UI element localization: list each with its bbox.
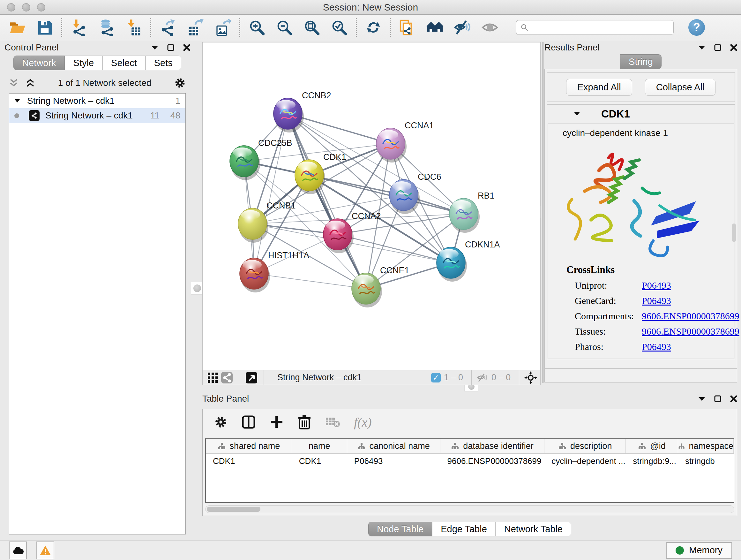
refresh-icon[interactable] xyxy=(364,18,382,37)
column-header-database-identifier[interactable]: database identifier xyxy=(441,439,545,453)
table-row[interactable]: CDK1CDK1P064939606.ENSP00000378699cyclin… xyxy=(206,454,734,469)
close-panel-icon[interactable] xyxy=(730,44,737,51)
open-in-window-icon[interactable] xyxy=(245,371,259,384)
table-hscrollbar-thumb[interactable] xyxy=(207,507,260,512)
tab-network[interactable]: Network xyxy=(13,56,64,70)
results-hscrollbar[interactable] xyxy=(544,368,737,382)
collapse-triangle-icon[interactable] xyxy=(14,99,20,103)
table-cell[interactable]: cyclin–dependent ... xyxy=(544,454,626,469)
clone-network-icon[interactable] xyxy=(399,18,416,37)
hide-panel-eye-icon[interactable] xyxy=(454,18,471,37)
birdseye-grid-icon[interactable] xyxy=(206,371,220,384)
open-session-icon[interactable] xyxy=(8,18,26,37)
collapse-all-button[interactable]: Collapse All xyxy=(645,79,716,96)
left-splitter-grip[interactable] xyxy=(191,282,204,295)
close-panel-icon[interactable] xyxy=(730,395,737,402)
network-row[interactable]: String Network – cdk1 11 48 xyxy=(9,108,185,123)
table-cell[interactable]: stringdb xyxy=(678,454,734,469)
zoom-fit-icon[interactable] xyxy=(303,18,321,37)
column-header-name[interactable]: name xyxy=(292,439,347,453)
tab-edge-table[interactable]: Edge Table xyxy=(432,522,495,537)
network-edge[interactable] xyxy=(254,114,288,273)
node-label: CCNE1 xyxy=(380,266,409,275)
float-panel-icon[interactable] xyxy=(167,44,174,51)
expand-all-button[interactable]: Expand All xyxy=(566,79,632,96)
table-cell[interactable]: CDK1 xyxy=(292,454,347,469)
expand-all-icon[interactable] xyxy=(25,78,35,87)
show-panel-eye-icon[interactable] xyxy=(481,18,499,37)
float-panel-icon[interactable] xyxy=(714,44,721,51)
zoom-selected-icon[interactable] xyxy=(330,18,348,37)
help-button[interactable]: ? xyxy=(688,19,705,36)
network-node-hist1h1a[interactable]: HIST1H1A xyxy=(240,251,309,293)
float-panel-icon[interactable] xyxy=(714,395,721,402)
export-image-icon[interactable] xyxy=(214,18,232,37)
network-node-rb1[interactable]: RB1 xyxy=(449,191,495,233)
network-node-cdkn1a[interactable]: CDKN1A xyxy=(436,240,500,282)
crosslink-link[interactable]: 9606.ENSP00000378699 xyxy=(642,311,739,321)
delete-column-trash-icon[interactable] xyxy=(298,415,311,429)
cloud-status-button[interactable] xyxy=(9,542,27,559)
column-header-description[interactable]: description xyxy=(544,439,626,453)
import-network-from-database-icon[interactable] xyxy=(97,18,115,37)
export-network-icon[interactable] xyxy=(159,18,177,37)
zoom-in-icon[interactable] xyxy=(248,18,266,37)
results-vscrollbar-thumb[interactable] xyxy=(732,224,736,242)
tab-node-table[interactable]: Node Table xyxy=(368,522,432,537)
network-node-ccnb1[interactable]: CCNB1 xyxy=(238,201,296,243)
node-label: CCNA2 xyxy=(352,211,381,221)
toolbar-search[interactable] xyxy=(516,20,674,35)
network-view-canvas[interactable]: CCNB2CCNA1CDC25BCDK1CDC6RB1CCNB1CCNA2CDK… xyxy=(202,42,541,370)
memory-button[interactable]: Memory xyxy=(666,542,732,559)
split-columns-icon[interactable] xyxy=(242,415,256,429)
fit-content-crosshair-icon[interactable] xyxy=(524,371,537,384)
delete-table-icon[interactable] xyxy=(325,416,340,428)
save-session-icon[interactable] xyxy=(36,18,54,37)
network-node-ccna2[interactable]: CCNA2 xyxy=(323,211,381,253)
function-builder-icon[interactable]: f(x) xyxy=(354,415,372,430)
network-edge[interactable] xyxy=(254,273,366,289)
crosslink-link[interactable]: 9606.ENSP00000378699 xyxy=(642,326,739,337)
column-header-canonical-name[interactable]: canonical name xyxy=(347,439,441,453)
column-header--id[interactable]: @id xyxy=(626,439,678,453)
panel-menu-icon[interactable] xyxy=(698,45,705,50)
export-table-icon[interactable] xyxy=(186,18,204,37)
crosslink-link[interactable]: P06493 xyxy=(642,280,671,291)
network-node-cdk1[interactable]: CDK1 xyxy=(295,152,346,194)
network-collection-row[interactable]: String Network – cdk1 1 xyxy=(9,94,185,108)
table-cell[interactable]: stringdb:9... xyxy=(626,454,678,469)
tab-style[interactable]: Style xyxy=(65,56,103,70)
warning-status-button[interactable] xyxy=(37,542,54,559)
return-home-icon[interactable] xyxy=(426,18,444,37)
crosslink-link[interactable]: P06493 xyxy=(642,295,671,306)
tab-network-table[interactable]: Network Table xyxy=(495,522,571,537)
tab-select[interactable]: Select xyxy=(103,56,145,70)
tab-string-results[interactable]: String xyxy=(620,54,662,69)
add-column-icon[interactable] xyxy=(270,415,284,429)
import-network-icon[interactable] xyxy=(70,18,88,37)
table-cell[interactable]: P06493 xyxy=(347,454,441,469)
zoom-out-icon[interactable] xyxy=(275,18,293,37)
panel-menu-icon[interactable] xyxy=(151,45,158,50)
column-header-namespace[interactable]: namespace xyxy=(678,439,734,453)
table-cell[interactable]: 9606.ENSP00000378699 xyxy=(441,454,545,469)
import-table-icon[interactable] xyxy=(125,18,143,37)
string-style-icon[interactable] xyxy=(220,371,234,384)
panel-menu-icon[interactable] xyxy=(698,396,705,401)
table-hscrollbar[interactable] xyxy=(205,505,734,513)
network-node-ccne1[interactable]: CCNE1 xyxy=(352,266,409,307)
selected-indicator-checkbox[interactable]: ✓ xyxy=(431,373,441,382)
column-header-shared-name[interactable]: shared name xyxy=(206,439,292,453)
tab-sets[interactable]: Sets xyxy=(145,56,181,70)
network-node-ccna1[interactable]: CCNA1 xyxy=(376,121,434,163)
table-cell[interactable]: CDK1 xyxy=(206,454,292,469)
collapse-node-triangle-icon[interactable] xyxy=(574,112,580,116)
crosslink-link[interactable]: P06493 xyxy=(642,341,671,352)
network-edge[interactable] xyxy=(288,114,366,289)
network-node-cdc6[interactable]: CDC6 xyxy=(389,172,441,214)
search-input[interactable] xyxy=(529,23,670,33)
collapse-all-icon[interactable] xyxy=(9,78,18,87)
table-settings-gear-icon[interactable] xyxy=(214,415,227,429)
network-options-gear-icon[interactable] xyxy=(174,77,186,89)
close-panel-icon[interactable] xyxy=(183,44,190,51)
